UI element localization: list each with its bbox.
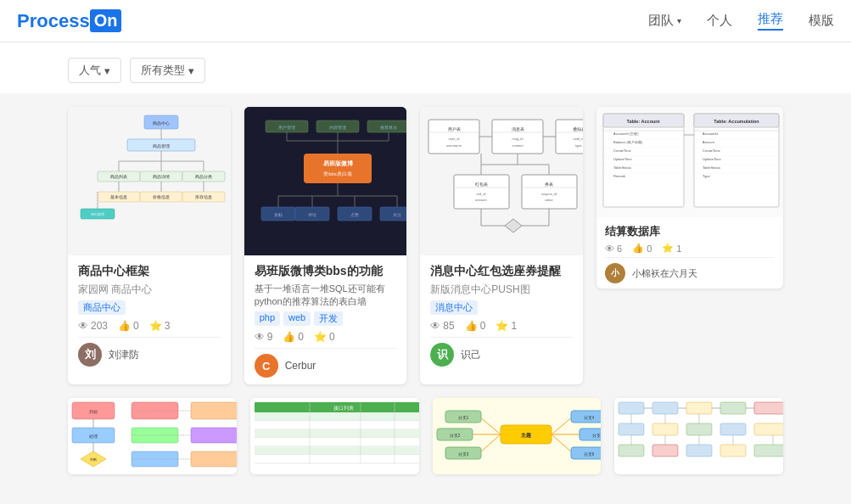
card-1-subtitle: 家园网 商品中心 — [78, 283, 221, 297]
avatar: C — [255, 354, 278, 378]
view-count: 👁 85 — [430, 320, 454, 332]
card-2-thumb: 易班版微博 类bbs表白墙 发帖 评论 点赞 关注 — [244, 107, 407, 255]
avatar: 刘 — [78, 343, 102, 367]
svg-rect-198 — [754, 445, 783, 456]
like-icon: 👍 — [632, 243, 644, 254]
bottom-card-3[interactable]: 主题 分支1 分支2 分支3 分支4 分支5 分支6 — [433, 398, 602, 474]
nav-item-team[interactable]: 团队 ▾ — [648, 13, 681, 29]
chevron-down-icon: ▾ — [677, 16, 681, 25]
eye-icon: 👁 — [255, 331, 265, 343]
like-icon: 👍 — [283, 331, 295, 343]
bottom-card-4-thumb — [614, 398, 783, 474]
svg-text:分支4: 分支4 — [583, 415, 594, 420]
svg-text:UpdateTime: UpdateTime — [703, 157, 721, 161]
nav-item-templates[interactable]: 模版 — [809, 13, 834, 29]
tag-item: 商品中心 — [78, 300, 126, 315]
view-number: 203 — [91, 320, 108, 332]
svg-text:分支6: 分支6 — [583, 451, 594, 456]
svg-text:分支1: 分支1 — [457, 415, 468, 420]
svg-rect-181 — [652, 402, 678, 414]
view-count: 👁 9 — [255, 331, 273, 343]
bottom-card-2-thumb: 接口列表 — [250, 398, 419, 474]
bottom-card-2[interactable]: 接口列表 — [250, 398, 419, 474]
nav-team-label: 团队 — [648, 13, 674, 29]
card-3-title: 消息中心红包选座券提醒 — [430, 264, 573, 279]
svg-text:商品详情: 商品详情 — [153, 174, 170, 179]
svg-rect-182 — [686, 402, 712, 414]
card-3-subtitle: 新版消息中心PUSH图 — [430, 283, 573, 297]
card-1-title: 商品中心框架 — [78, 264, 221, 279]
card-2-author: C Cerbur — [255, 348, 397, 378]
card-4-stats: 👁 6 👍 0 ⭐ 1 — [605, 243, 775, 254]
svg-text:CreateTime: CreateTime — [613, 148, 632, 153]
svg-text:分支5: 分支5 — [591, 433, 601, 438]
tag-item: 消息中心 — [430, 300, 478, 315]
thumb-svg-3: 用户表 user_id username 消息表 msg_id content … — [420, 107, 583, 255]
svg-text:通知表: 通知表 — [573, 126, 583, 132]
card-4-top[interactable]: Table: Account AccountId (主键) Balance (账… — [596, 107, 783, 288]
filter-popularity[interactable]: 人气 ▾ — [68, 58, 121, 83]
thumb-svg-b2: 接口列表 — [250, 398, 419, 474]
bottom-card-4[interactable] — [614, 398, 783, 474]
logo[interactable]: ProcessOn — [17, 9, 121, 32]
svg-text:AccountId: AccountId — [703, 132, 718, 136]
svg-text:商品中心: 商品中心 — [153, 120, 170, 126]
svg-rect-138 — [191, 451, 237, 467]
like-icon: 👍 — [465, 320, 478, 332]
card-2-tags: php web 开发 — [255, 311, 397, 326]
card-1-stats: 👁 203 👍 0 ⭐ 3 — [78, 320, 221, 332]
tag-item: web — [283, 311, 311, 326]
card-1-thumb: 商品中心 商品管理 商品列表 商品详情 商品分类 基本信息 — [68, 107, 231, 255]
svg-text:商品分类: 商品分类 — [195, 174, 212, 179]
svg-text:notif_id: notif_id — [574, 137, 583, 141]
bottom-card-3-thumb: 主题 分支1 分支2 分支3 分支4 分支5 分支6 — [433, 398, 602, 474]
bottom-card-1[interactable]: 开始 处理 判断 — [68, 398, 237, 474]
svg-rect-136 — [191, 402, 237, 419]
filter-popularity-label: 人气 — [79, 63, 101, 78]
svg-text:点赞: 点赞 — [350, 212, 359, 217]
svg-text:开始: 开始 — [89, 409, 98, 414]
svg-text:UpdateTime: UpdateTime — [613, 157, 632, 161]
card-3[interactable]: 用户表 user_id username 消息表 msg_id content … — [420, 107, 583, 384]
svg-text:value: value — [546, 198, 554, 202]
svg-rect-154 — [255, 455, 419, 463]
svg-rect-152 — [255, 446, 419, 455]
like-count: 👍 0 — [283, 331, 304, 343]
svg-text:TableStatus: TableStatus — [703, 165, 720, 170]
card-2[interactable]: 易班版微博 类bbs表白墙 发帖 评论 点赞 关注 — [244, 107, 407, 384]
card-3-author: 识 识己 — [430, 337, 573, 367]
like-number: 0 — [298, 331, 304, 343]
svg-rect-192 — [720, 423, 746, 435]
card-2-stats: 👁 9 👍 0 ⭐ 0 — [255, 331, 397, 343]
logo-text: Process — [17, 10, 90, 32]
svg-text:SKU管理: SKU管理 — [91, 212, 104, 216]
svg-text:AccountId (主键): AccountId (主键) — [613, 132, 639, 136]
svg-rect-146 — [255, 421, 419, 429]
filter-all-types-label: 所有类型 — [141, 63, 185, 78]
svg-rect-183 — [720, 402, 746, 414]
filter-bar: 人气 ▾ 所有类型 ▾ — [0, 42, 851, 93]
svg-rect-148 — [255, 429, 419, 438]
svg-rect-193 — [754, 423, 783, 435]
like-count: 👍 0 — [632, 243, 652, 254]
card-3-body: 消息中心红包选座券提醒 新版消息中心PUSH图 消息中心 👁 85 👍 0 ⭐ … — [420, 255, 583, 373]
star-number: 1 — [676, 244, 681, 254]
nav-item-personal[interactable]: 个人 — [707, 13, 732, 29]
svg-text:类bbs表白墙: 类bbs表白墙 — [323, 171, 352, 176]
nav-recommended-label: 推荐 — [758, 11, 783, 27]
avatar: 识 — [430, 343, 454, 367]
logo-on: On — [90, 9, 122, 32]
view-count: 👁 203 — [78, 320, 108, 332]
svg-text:库存信息: 库存信息 — [195, 194, 212, 199]
like-icon: 👍 — [118, 320, 131, 332]
card-1[interactable]: 商品中心 商品管理 商品列表 商品详情 商品分类 基本信息 — [68, 107, 231, 384]
svg-text:红包表: 红包表 — [475, 182, 488, 187]
svg-text:易班版微博: 易班版微博 — [322, 160, 352, 167]
star-number: 0 — [329, 331, 335, 343]
svg-text:Balance (账户余额): Balance (账户余额) — [613, 140, 643, 144]
card-4-title: 结算数据库 — [605, 224, 775, 239]
filter-all-types[interactable]: 所有类型 ▾ — [130, 58, 205, 83]
svg-text:username: username — [446, 143, 462, 148]
nav-item-recommended[interactable]: 推荐 — [758, 11, 783, 31]
svg-text:user_id: user_id — [449, 137, 460, 141]
